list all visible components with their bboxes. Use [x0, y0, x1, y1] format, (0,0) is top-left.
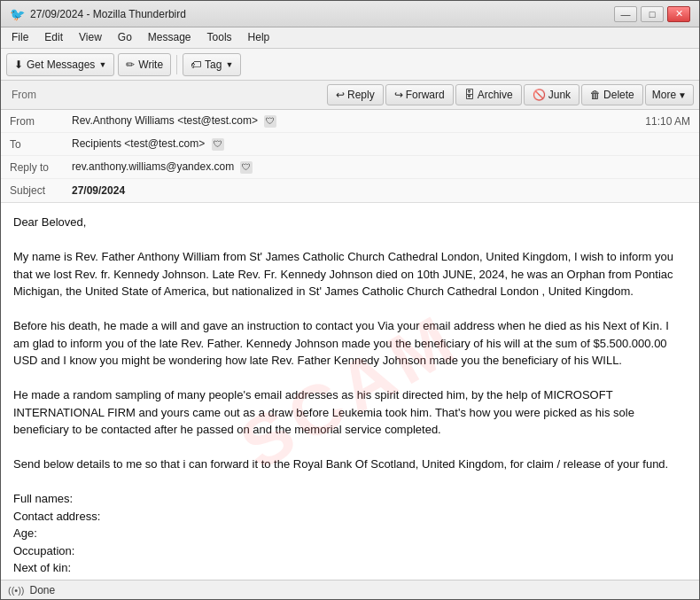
delete-button[interactable]: 🗑 Delete [581, 84, 643, 105]
email-header: From ↩ Reply ↪ Forward 🗄 Archive 🚫 Junk [1, 81, 699, 203]
subject-label: Subject [10, 184, 72, 197]
reply-to-label: Reply to [10, 161, 72, 174]
from-label: From [10, 115, 72, 128]
action-buttons-right: ↩ Reply ↪ Forward 🗄 Archive 🚫 Junk 🗑 [327, 84, 694, 105]
junk-icon: 🚫 [533, 89, 546, 101]
toolbar: ⬇ Get Messages ▼ ✏ Write 🏷 Tag ▼ [1, 49, 699, 81]
reply-label: Reply [347, 89, 375, 101]
tag-icon: 🏷 [191, 58, 201, 71]
junk-button[interactable]: 🚫 Junk [524, 84, 579, 105]
tag-label: Tag [205, 58, 222, 71]
forward-button[interactable]: ↪ Forward [385, 84, 454, 105]
maximize-button[interactable]: □ [641, 6, 664, 22]
from-row: From Rev.Anthony Williams <test@test.com… [1, 110, 699, 133]
to-label: To [10, 138, 72, 151]
from-label-inline: From [6, 89, 42, 101]
reply-button[interactable]: ↩ Reply [327, 84, 384, 105]
get-messages-icon: ⬇ [14, 58, 23, 71]
tag-arrow-icon: ▼ [225, 60, 233, 69]
menu-help[interactable]: Help [241, 29, 277, 46]
forward-icon: ↪ [394, 89, 403, 101]
menu-bar: File Edit View Go Message Tools Help [1, 27, 699, 49]
more-label: More [652, 89, 676, 101]
status-text: Done [30, 584, 56, 596]
archive-label: Archive [478, 89, 513, 101]
email-time: 11:10 AM [645, 115, 690, 128]
tag-button[interactable]: 🏷 Tag ▼ [183, 53, 241, 76]
to-row: To Recipients <test@test.com> 🛡 [1, 133, 699, 156]
reply-icon: ↩ [336, 89, 345, 101]
action-row: From ↩ Reply ↪ Forward 🗄 Archive 🚫 Junk [1, 81, 699, 110]
action-buttons-left: From [6, 89, 42, 101]
delete-icon: 🗑 [590, 89, 601, 101]
menu-tools[interactable]: Tools [200, 29, 239, 46]
subject-row: Subject 27/09/2024 [1, 179, 699, 202]
reply-to-row: Reply to rev.anthony.williams@yandex.com… [1, 156, 699, 179]
get-messages-label: Get Messages [27, 58, 95, 71]
archive-icon: 🗄 [464, 89, 475, 101]
reply-to-value: rev.anthony.williams@yandex.com 🛡 [72, 160, 690, 174]
get-messages-arrow-icon: ▼ [98, 60, 106, 69]
close-button[interactable]: ✕ [667, 6, 690, 22]
forward-label: Forward [406, 89, 445, 101]
write-icon: ✏ [126, 58, 135, 71]
connection-icon: ((•)) [8, 585, 25, 596]
delete-label: Delete [603, 89, 634, 101]
write-label: Write [138, 58, 163, 71]
menu-edit[interactable]: Edit [37, 29, 70, 46]
email-meta: From Rev.Anthony Williams <test@test.com… [1, 110, 699, 202]
menu-message[interactable]: Message [141, 29, 198, 46]
more-button[interactable]: More ▼ [645, 84, 694, 105]
write-button[interactable]: ✏ Write [118, 53, 171, 76]
main-window: 🐦 27/09/2024 - Mozilla Thunderbird — □ ✕… [0, 0, 700, 600]
menu-view[interactable]: View [72, 29, 109, 46]
minimize-button[interactable]: — [614, 6, 637, 22]
archive-button[interactable]: 🗄 Archive [455, 84, 522, 105]
menu-go[interactable]: Go [111, 29, 139, 46]
window-controls: — □ ✕ [614, 6, 690, 22]
junk-label: Junk [548, 89, 571, 101]
to-security-icon: 🛡 [212, 138, 224, 151]
status-bar: ((•)) Done [1, 580, 699, 599]
window-title: 27/09/2024 - Mozilla Thunderbird [30, 8, 186, 20]
title-bar: 🐦 27/09/2024 - Mozilla Thunderbird — □ ✕ [1, 1, 699, 27]
reply-to-security-icon: 🛡 [240, 161, 253, 174]
menu-file[interactable]: File [4, 29, 35, 46]
toolbar-separator [176, 55, 177, 74]
title-bar-left: 🐦 27/09/2024 - Mozilla Thunderbird [10, 7, 186, 21]
email-body: Dear Beloved,My name is Rev. Father Anth… [1, 203, 699, 580]
from-security-icon: 🛡 [264, 115, 276, 128]
more-arrow-icon: ▼ [678, 90, 687, 100]
subject-value: 27/09/2024 [72, 184, 690, 197]
to-value: Recipients <test@test.com> 🛡 [72, 137, 690, 151]
get-messages-button[interactable]: ⬇ Get Messages ▼ [6, 53, 114, 76]
app-icon: 🐦 [10, 7, 25, 21]
from-value: Rev.Anthony Williams <test@test.com> 🛡 [72, 114, 645, 128]
